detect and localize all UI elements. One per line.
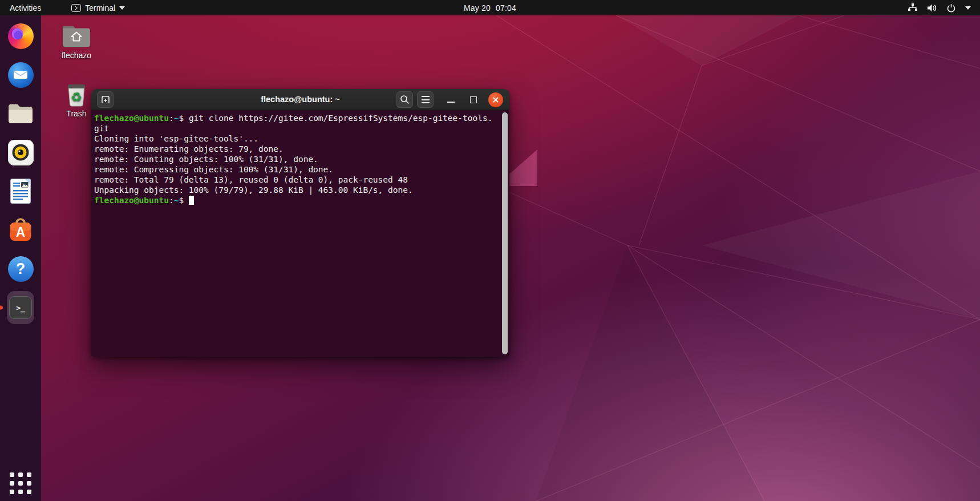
show-applications-button[interactable] xyxy=(10,472,31,494)
new-tab-button[interactable] xyxy=(97,91,114,108)
new-tab-icon xyxy=(101,95,110,104)
desktop-icon-trash[interactable]: ♻ Trash xyxy=(58,81,95,118)
activities-label: Activities xyxy=(10,3,41,13)
maximize-button[interactable] xyxy=(466,89,481,110)
volume-icon xyxy=(927,3,937,13)
dock-item-firefox[interactable] xyxy=(7,22,34,50)
maximize-icon xyxy=(470,96,477,103)
app-menu-button[interactable]: Terminal xyxy=(68,0,128,15)
minimize-icon xyxy=(447,102,455,103)
activities-button[interactable]: Activities xyxy=(0,0,51,15)
clock-time: 07:04 xyxy=(496,3,516,13)
terminal-cursor xyxy=(189,196,194,205)
terminal-output: flechazo@ubuntu:~$ git clone https://git… xyxy=(94,113,500,205)
dock-item-rhythmbox[interactable] xyxy=(7,139,34,166)
ubuntu-desktop: Activities Terminal May 20 07:04 xyxy=(0,0,980,501)
window-titlebar[interactable]: flechazo@ubuntu: ~ xyxy=(91,89,509,110)
dock: A ? >_ xyxy=(0,15,41,501)
scrollbar-thumb[interactable] xyxy=(502,112,508,354)
firefox-icon xyxy=(8,23,34,49)
terminal-window: flechazo@ubuntu: ~ xyxy=(91,89,509,357)
terminal-active-highlight: >_ xyxy=(7,291,34,324)
minimize-button[interactable] xyxy=(443,89,458,110)
dock-item-help[interactable]: ? xyxy=(7,255,34,282)
svg-text:♻: ♻ xyxy=(71,90,82,104)
trash-icon: ♻ xyxy=(58,81,95,107)
close-icon xyxy=(492,96,499,103)
dock-item-thunderbird[interactable] xyxy=(7,61,34,88)
libreoffice-writer-icon xyxy=(10,178,31,204)
menu-button[interactable] xyxy=(417,91,434,108)
top-bar: Activities Terminal May 20 07:04 xyxy=(0,0,980,15)
hamburger-icon xyxy=(422,96,430,103)
running-indicator-dot xyxy=(0,306,3,310)
home-folder-icon xyxy=(58,23,95,49)
search-button[interactable] xyxy=(396,91,413,108)
clock-button[interactable]: May 20 07:04 xyxy=(464,3,516,13)
desktop-icon-label: flechazo xyxy=(58,51,95,60)
close-button[interactable] xyxy=(488,89,504,110)
desktop-icon-home-folder[interactable]: flechazo xyxy=(58,23,95,60)
files-icon xyxy=(7,103,34,124)
dock-item-terminal[interactable]: >_ xyxy=(7,294,34,321)
app-menu-label: Terminal xyxy=(85,3,115,13)
rhythmbox-icon xyxy=(8,140,34,165)
chevron-down-icon xyxy=(119,6,125,10)
window-title: flechazo@ubuntu: ~ xyxy=(261,95,340,104)
system-menu-button[interactable] xyxy=(908,3,980,13)
chevron-down-icon xyxy=(965,6,971,10)
thunderbird-icon xyxy=(8,62,34,88)
svg-text:A: A xyxy=(16,225,26,240)
search-icon xyxy=(400,95,410,104)
terminal-content-area[interactable]: flechazo@ubuntu:~$ git clone https://git… xyxy=(91,110,509,357)
help-icon: ? xyxy=(8,256,34,282)
dock-item-files[interactable] xyxy=(7,100,34,127)
dock-item-ubuntu-software[interactable]: A xyxy=(7,216,34,244)
power-icon xyxy=(946,3,956,13)
dock-item-libreoffice-writer[interactable] xyxy=(7,177,34,205)
terminal-app-icon: >_ xyxy=(9,296,32,319)
ubuntu-software-icon: A xyxy=(7,217,34,244)
network-wired-icon xyxy=(908,3,918,12)
desktop-icon-label: Trash xyxy=(58,109,95,118)
clock-date: May 20 xyxy=(464,3,491,13)
terminal-icon xyxy=(71,4,81,12)
